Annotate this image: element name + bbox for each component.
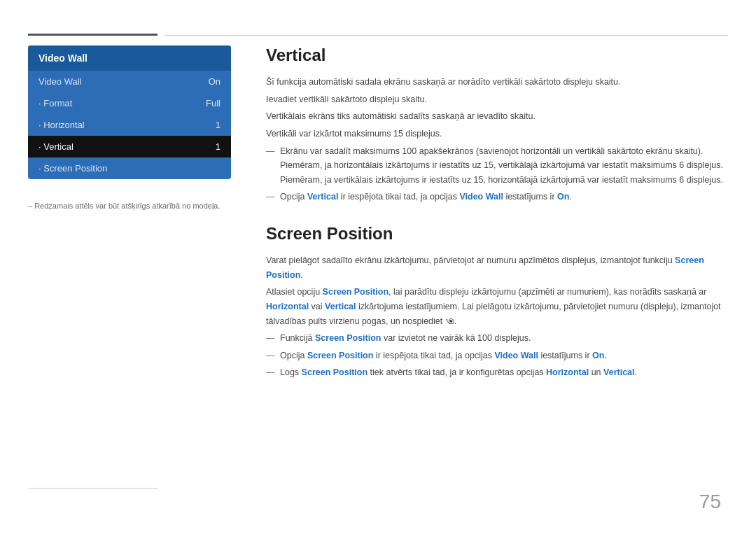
sp-link-sp1: Screen Position [266, 255, 704, 280]
main-content: Vertical Šī funkcija automātiski sadala … [266, 45, 728, 400]
sp-link-sp3: Screen Position [315, 333, 381, 343]
sp-link-vertical: Vertical [325, 302, 356, 311]
bottom-line [28, 488, 158, 489]
sidebar-box: Video Wall Video Wall On · Format Full ·… [28, 45, 231, 179]
sidebar-note: – Redzamais attēls var būt atšķirīgs atk… [28, 200, 238, 212]
sidebar-item-screenposition-label: · Screen Position [38, 163, 107, 174]
vertical-p2: Ievadiet vertikāli sakārtoto displeju sk… [266, 92, 728, 107]
sidebar-item-videowall-value: On [209, 76, 220, 87]
sp-link-sp2: Screen Position [323, 287, 388, 297]
section-vertical-title: Vertical [266, 45, 728, 65]
section-screenposition: Screen Position Varat pielāgot sadalīto … [266, 224, 728, 380]
sp-link-horiz2: Horizontal [546, 367, 589, 377]
top-line-left [28, 34, 158, 36]
vertical-p6: Opcija Vertical ir iespējota tikai tad, … [266, 190, 728, 204]
vertical-link-on: On [557, 192, 569, 202]
section-screenposition-body: Varat pielāgot sadalīto ekrānu izkārtoju… [266, 253, 728, 380]
sp-link-on2: On [592, 351, 604, 360]
sp-link-horizontal: Horizontal [266, 302, 309, 311]
sidebar-item-horizontal-value: 1 [216, 120, 220, 130]
sidebar-item-screenposition[interactable]: · Screen Position [28, 157, 231, 179]
sidebar: Video Wall Video Wall On · Format Full ·… [28, 45, 238, 212]
sidebar-item-format[interactable]: · Format Full [28, 92, 231, 114]
sp-p3: Funkcijā Screen Position var izvietot ne… [266, 331, 728, 346]
sidebar-item-videowall-label: Video Wall [38, 76, 81, 87]
sp-p2: Atlasiet opciju Screen Position, lai par… [266, 285, 728, 328]
page-number: 75 [699, 491, 721, 513]
sp-link-sp5: Screen Position [302, 367, 368, 377]
sp-link-vert2: Vertical [603, 367, 634, 377]
top-line-right [164, 35, 728, 36]
sidebar-item-horizontal-label: · Horizontal [38, 120, 85, 130]
sidebar-item-format-value: Full [206, 98, 220, 108]
sidebar-item-vertical-value: 1 [216, 141, 220, 152]
sidebar-item-vertical-label: · Vertical [38, 141, 74, 152]
section-vertical-body: Šī funkcija automātiski sadala ekrānu sa… [266, 75, 728, 204]
vertical-link-vertical: Vertical [307, 192, 338, 202]
vertical-p5: Ekrānu var sadalīt maksimums 100 apakšek… [266, 144, 728, 188]
sidebar-item-format-label: · Format [38, 98, 72, 108]
vertical-p3: Vertikālais ekrāns tiks automātiski sada… [266, 109, 728, 124]
sp-link-sp4: Screen Position [307, 351, 373, 360]
vertical-link-videowall: Video Wall [459, 192, 503, 202]
sidebar-title: Video Wall [28, 45, 231, 71]
sp-p4: Opcija Screen Position ir iespējota tika… [266, 349, 728, 363]
sp-p1: Varat pielāgot sadalīto ekrānu izkārtoju… [266, 253, 728, 282]
vertical-p1: Šī funkcija automātiski sadala ekrānu sa… [266, 75, 728, 90]
sidebar-item-horizontal[interactable]: · Horizontal 1 [28, 114, 231, 136]
section-screenposition-title: Screen Position [266, 224, 728, 244]
vertical-p4: Vertikāli var izkārtot maksimums 15 disp… [266, 127, 728, 141]
sidebar-item-vertical[interactable]: · Vertical 1 [28, 136, 231, 157]
sidebar-item-videowall[interactable]: Video Wall On [28, 71, 231, 92]
sp-link-vw2: Video Wall [494, 351, 538, 360]
sp-p5: Logs Screen Position tiek atvērts tikai … [266, 365, 728, 380]
section-vertical: Vertical Šī funkcija automātiski sadala … [266, 45, 728, 204]
